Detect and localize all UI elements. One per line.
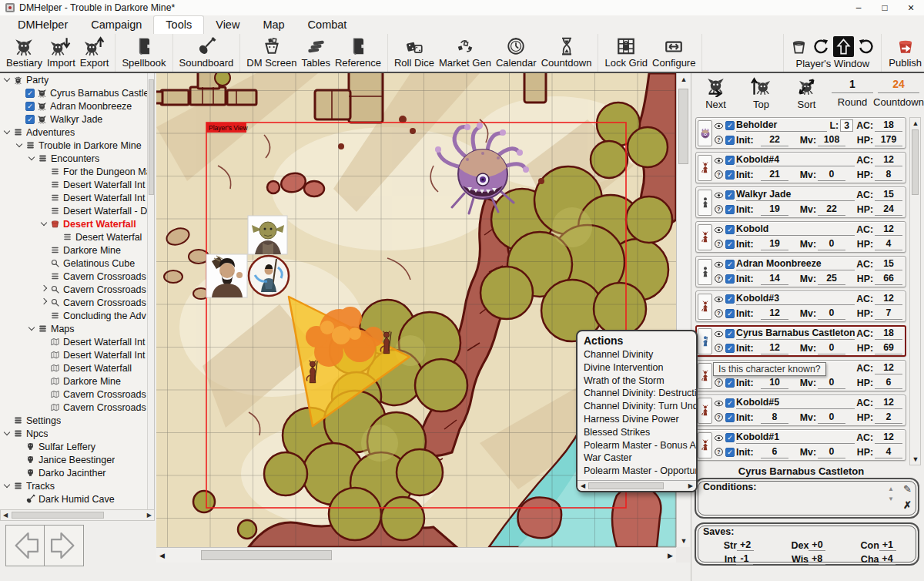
expander-icon[interactable]: [40, 220, 49, 228]
tool-calendar[interactable]: Calendar: [494, 34, 539, 69]
known-question-icon[interactable]: [714, 204, 724, 214]
menu-tab-combat[interactable]: Combat: [296, 16, 359, 34]
mv-value[interactable]: 0: [818, 446, 845, 458]
minimize-button[interactable]: –: [845, 0, 872, 15]
visible-checkbox[interactable]: ✓: [725, 260, 735, 269]
visible-checkbox[interactable]: ✓: [725, 294, 735, 304]
known-checkbox[interactable]: ✓: [725, 344, 735, 353]
combatant-name[interactable]: Kobold#4: [736, 154, 855, 166]
close-button[interactable]: ×: [898, 0, 924, 15]
ac-value[interactable]: 15: [875, 189, 902, 201]
init-value[interactable]: 19: [761, 238, 788, 250]
tool-reference[interactable]: Reference: [333, 34, 383, 69]
back-button[interactable]: [5, 525, 45, 566]
hp-value[interactable]: 6: [875, 377, 902, 389]
init-value[interactable]: 6: [761, 446, 788, 458]
fighter-portrait-token[interactable]: [206, 254, 247, 297]
goblin-portrait-token[interactable]: [248, 216, 287, 254]
action-blessed-strikes[interactable]: Blessed Strikes: [578, 426, 696, 439]
known-checkbox[interactable]: ✓: [725, 205, 735, 214]
known-checkbox[interactable]: ✓: [725, 240, 735, 249]
visible-eye-icon[interactable]: [714, 294, 724, 304]
tree-item-darko-jacinther[interactable]: Darko Jacinther: [0, 466, 154, 479]
tree-item-janice-beestinger[interactable]: Janice Beestinger: [0, 453, 154, 466]
ac-value[interactable]: 18: [875, 327, 902, 340]
known-question-icon[interactable]: [714, 447, 724, 457]
tree-item-cavern-crossroads[interactable]: Cavern Crossroads: [0, 283, 154, 296]
expander-icon[interactable]: [15, 102, 24, 110]
action-channel-divinity[interactable]: Channel Divinity: [578, 348, 696, 361]
tree-item-cavern-crossroads[interactable]: Cavern Crossroads -: [0, 270, 154, 283]
mv-value[interactable]: 0: [818, 411, 845, 424]
combatant-entry[interactable]: ✓ AC: 12 ✓ Init: 10 Mv: 0 HP: 6 Is this …: [695, 360, 906, 391]
scroll-right-icon[interactable]: ▶: [147, 512, 152, 519]
visibility-checkbox[interactable]: ✓: [25, 102, 35, 111]
expander-icon[interactable]: [40, 207, 49, 215]
combatant-entry-adran-moonbreeze[interactable]: ✓ Adran Moonbreeze AC: 15 ✓ Init: 14 Mv:…: [695, 256, 906, 287]
tree-item-desert-waterfall-int[interactable]: Desert Waterfall Int: [0, 178, 154, 191]
known-question-icon[interactable]: [714, 343, 724, 353]
hp-value[interactable]: 66: [875, 273, 902, 285]
known-question-icon[interactable]: [714, 135, 724, 145]
expander-icon[interactable]: [40, 259, 49, 267]
player-window-clear-button[interactable]: [788, 36, 809, 57]
expander-icon[interactable]: [40, 298, 49, 307]
expander-icon[interactable]: [15, 115, 24, 123]
scroll-left-icon[interactable]: ◀: [581, 482, 585, 489]
tree-vertical-scrollbar[interactable]: [147, 73, 154, 509]
visible-eye-icon[interactable]: [714, 121, 724, 131]
combatant-name[interactable]: Kobold#5: [736, 397, 855, 409]
visible-checkbox[interactable]: ✓: [725, 121, 735, 130]
combat-list-scrollbar[interactable]: ▲ ▼: [909, 117, 921, 465]
known-checkbox[interactable]: ✓: [725, 274, 735, 284]
combatant-entry-kobold[interactable]: ✓ Kobold AC: 12 ✓ Init: 19 Mv: 0 HP: 4: [695, 221, 906, 253]
scrollbar-thumb[interactable]: [12, 512, 104, 519]
expander-icon[interactable]: [52, 233, 61, 241]
expander-icon[interactable]: [40, 272, 49, 280]
tool-import[interactable]: Import: [45, 34, 78, 69]
known-question-icon[interactable]: [714, 412, 724, 422]
tool-countdown[interactable]: Countdown: [539, 34, 594, 69]
expander-icon[interactable]: [15, 468, 24, 477]
visible-checkbox[interactable]: ✓: [725, 329, 735, 338]
edit-conditions-icon[interactable]: ✎: [903, 483, 912, 495]
tree-item-desert-waterfall-int[interactable]: Desert Waterfall Int: [0, 348, 154, 361]
visible-eye-icon[interactable]: [714, 260, 724, 270]
combatant-entry-kobold-5[interactable]: ✓ Kobold#5 AC: 12 ✓ Init: 8 Mv: 0 HP: 2: [695, 395, 906, 426]
expander-icon[interactable]: [15, 442, 24, 451]
action-polearm-master-opportunit[interactable]: Polearm Master - Opportunit: [578, 465, 696, 478]
expander-icon[interactable]: [40, 193, 49, 202]
ac-value[interactable]: 12: [875, 223, 902, 236]
visible-eye-icon[interactable]: [714, 156, 724, 166]
tree-item-desert-waterfall[interactable]: Desert Waterfall: [0, 361, 154, 374]
scroll-down-icon[interactable]: ▼: [910, 455, 921, 463]
ac-value[interactable]: 18: [875, 119, 902, 132]
publish-button[interactable]: Publish: [886, 34, 924, 69]
combatant-name[interactable]: Kobold#3: [736, 293, 855, 305]
tool-bestiary[interactable]: Bestiary: [4, 34, 45, 69]
init-value[interactable]: 14: [761, 273, 788, 285]
scroll-up-icon[interactable]: ▲: [678, 76, 689, 83]
tool-spellbook[interactable]: Spellbook: [119, 34, 168, 69]
scroll-down-icon[interactable]: ▼: [678, 537, 689, 545]
visible-eye-icon[interactable]: [714, 190, 724, 200]
tool-market-gen[interactable]: Market Gen: [437, 34, 494, 69]
visible-checkbox[interactable]: ✓: [725, 225, 735, 234]
combatant-entry-beholder[interactable]: ✓ Beholder L:3 AC: 18 ✓ Init: 22 Mv: 108…: [695, 117, 906, 149]
tree-item-sulfar-leffery[interactable]: Sulfar Leffery: [0, 440, 154, 453]
tree-item-gelatinous-cube[interactable]: Gelatinous Cube: [0, 257, 154, 270]
action-channel-divinity-turn-undea[interactable]: Channel Divinity: Turn Undea: [578, 400, 696, 413]
known-question-icon[interactable]: [714, 274, 724, 284]
expander-icon[interactable]: [3, 416, 12, 425]
menu-tab-campaign[interactable]: Campaign: [79, 16, 153, 34]
tree-item-trouble-in-darkore-mine[interactable]: Trouble in Darkore Mine: [0, 139, 154, 152]
tree-item-npcs[interactable]: Npcs: [0, 427, 154, 440]
hp-value[interactable]: 179: [875, 134, 902, 146]
mv-value[interactable]: 0: [818, 307, 845, 320]
visible-eye-icon[interactable]: [714, 433, 724, 443]
expander-icon[interactable]: [28, 154, 36, 163]
menu-tab-tools[interactable]: Tools: [153, 15, 204, 34]
tree-horizontal-scrollbar[interactable]: ◀ ▶: [0, 509, 155, 521]
tree-item-for-the-dungeon-ma[interactable]: For the Dungeon Ma: [0, 165, 154, 178]
combatant-name[interactable]: Adran Moonbreeze: [736, 258, 855, 270]
